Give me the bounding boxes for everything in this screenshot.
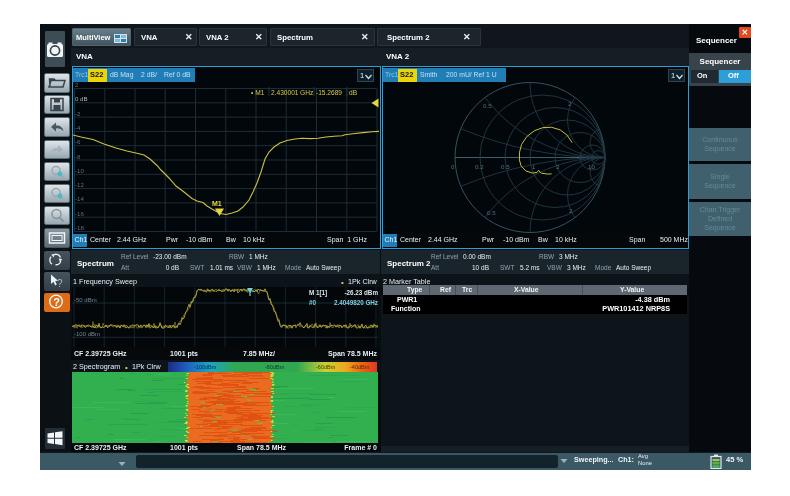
svg-text:-15.2689: -15.2689 <box>316 89 342 96</box>
svg-text:0.2: 0.2 <box>475 162 484 169</box>
svg-text:-16: -16 <box>75 209 84 216</box>
svg-text:2: 2 <box>75 82 79 88</box>
svg-text:2: 2 <box>556 162 560 169</box>
svg-text:M 1[1]: M 1[1] <box>309 289 327 297</box>
svg-text:-12: -12 <box>75 181 84 188</box>
svg-text:0.5: 0.5 <box>501 162 510 169</box>
svg-text:GHz: GHz <box>300 89 313 96</box>
svg-text:#0: #0 <box>309 299 317 306</box>
svg-text:dB: dB <box>349 89 358 96</box>
svg-text:-50 dBm: -50 dBm <box>74 297 97 303</box>
svg-text:-2: -2 <box>75 109 81 116</box>
svg-text:-8: -8 <box>75 152 81 159</box>
svg-text:?: ? <box>53 296 60 308</box>
svg-text:0: 0 <box>451 162 455 169</box>
svg-text:-4: -4 <box>75 123 81 130</box>
svg-text:-10: -10 <box>75 166 84 173</box>
svg-text:0 dB: 0 dB <box>75 95 88 102</box>
svg-text:0.5: 0.5 <box>483 102 492 109</box>
svg-text:2.4049820 GHz: 2.4049820 GHz <box>334 299 378 306</box>
svg-text:0.5: 0.5 <box>487 209 496 216</box>
svg-text:2.430001: 2.430001 <box>271 89 299 96</box>
svg-text:?: ? <box>57 278 63 289</box>
svg-text:• M1: • M1 <box>251 89 265 96</box>
svg-text:-26.23 dBm: -26.23 dBm <box>344 289 378 296</box>
svg-text:-100 dBm: -100 dBm <box>74 331 100 337</box>
svg-text:-14: -14 <box>75 195 84 202</box>
svg-text:2: 2 <box>569 207 573 214</box>
svg-text:M1: M1 <box>212 200 222 207</box>
svg-text:1: 1 <box>532 162 536 169</box>
svg-text:-18: -18 <box>75 224 84 231</box>
svg-text:10: 10 <box>588 162 595 169</box>
svg-text:2: 2 <box>568 100 572 107</box>
svg-text:-6: -6 <box>75 138 81 145</box>
